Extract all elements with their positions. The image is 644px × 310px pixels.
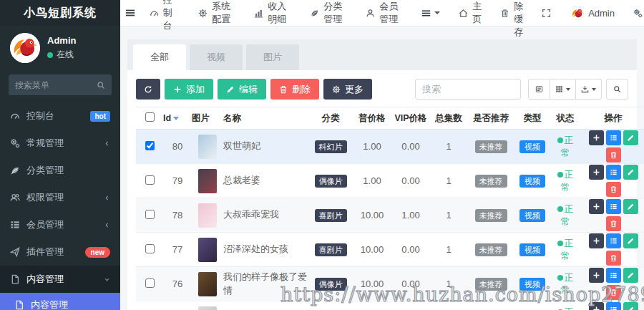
row-add-button[interactable]	[589, 268, 604, 283]
row-add-button[interactable]	[589, 165, 604, 180]
nav-item-income-detail[interactable]: 收入明细	[245, 0, 301, 26]
sidebar-search-input[interactable]	[15, 80, 97, 90]
tab-all[interactable]: 全部	[133, 44, 186, 70]
sidebar-item-label: 会员管理	[26, 218, 97, 231]
select-all-checkbox[interactable]	[145, 112, 155, 122]
nav-item-member-mgmt[interactable]: 会员管理	[356, 0, 412, 26]
file-icon	[10, 274, 20, 284]
columns-button[interactable]	[550, 79, 576, 100]
row-episodes-button[interactable]	[606, 302, 621, 310]
nav-settings-button[interactable]	[624, 0, 644, 26]
row-delete-button[interactable]	[606, 251, 621, 266]
search-button[interactable]	[606, 79, 628, 100]
cell-vip-price: 0.00	[391, 130, 431, 164]
category-badge: 偶像片	[315, 175, 347, 188]
table-toolbar: 添加 编辑 删除 更多	[136, 79, 628, 100]
gear-icon	[198, 9, 208, 18]
type-badge: 视频	[519, 209, 545, 222]
column-header-type: 类型	[515, 107, 550, 130]
tab-image[interactable]: 图片	[246, 44, 299, 70]
table-row[interactable]: 75 仅剩一日的青春 校园片 1.00 0.00 4 未推荐 视频 正常	[136, 301, 644, 310]
sidebar-item-general-mgmt[interactable]: 常规管理	[0, 130, 120, 157]
row-episodes-button[interactable]	[606, 233, 621, 248]
row-edit-button[interactable]	[623, 199, 638, 214]
column-header-category: 分类	[308, 107, 353, 130]
caret-down-icon	[434, 11, 440, 14]
table-row[interactable]: 79 总裁老婆 偶像片 1.00 0.00 1 未推荐 视频 正常	[136, 164, 644, 198]
row-checkbox[interactable]	[145, 244, 155, 253]
sidebar-subitem-content-mgmt-active[interactable]: 内容管理	[0, 293, 120, 310]
table-search-input[interactable]	[415, 79, 521, 100]
sidebar-toggle-button[interactable]	[120, 0, 140, 26]
sidebar-item-content-mgmt[interactable]: 内容管理	[0, 266, 120, 293]
row-delete-button[interactable]	[606, 182, 621, 197]
trash-icon	[279, 85, 288, 94]
table-row[interactable]: 76 我们的样子像极了爱情 偶像片 10.00 0.00 1 未推荐 视频 正常	[136, 267, 644, 301]
detail-view-button[interactable]	[528, 79, 550, 100]
row-checkbox[interactable]	[145, 278, 155, 288]
cell-episodes: 1	[431, 267, 467, 301]
nav-item-home[interactable]: 主页	[449, 0, 491, 26]
column-header-image: 图片	[192, 107, 223, 130]
row-add-button[interactable]	[589, 199, 604, 214]
row-checkbox[interactable]	[145, 141, 155, 150]
row-episodes-button[interactable]	[606, 268, 621, 283]
category-badge: 喜剧片	[315, 209, 347, 222]
row-episodes-button[interactable]	[606, 199, 621, 214]
thumbnail	[198, 169, 217, 193]
sidebar-item-dashboard[interactable]: 控制台 hot	[0, 102, 120, 130]
row-delete-button[interactable]	[606, 216, 621, 231]
sidebar-item-plugin-mgmt[interactable]: 插件管理 new	[0, 238, 120, 266]
row-edit-button[interactable]	[623, 165, 638, 180]
row-checkbox[interactable]	[145, 175, 155, 185]
row-add-button[interactable]	[589, 130, 604, 145]
row-checkbox[interactable]	[145, 210, 155, 219]
row-episodes-button[interactable]	[606, 165, 621, 180]
column-header-id[interactable]: Id	[163, 107, 192, 130]
bar-chart-icon	[254, 9, 263, 18]
status-badge: 正常	[554, 237, 577, 262]
nav-item-category-mgmt[interactable]: 分类管理	[301, 0, 356, 26]
row-episodes-button[interactable]	[606, 130, 621, 145]
row-add-button[interactable]	[589, 302, 604, 310]
edit-button[interactable]: 编辑	[218, 79, 266, 100]
nav-menu-dropdown[interactable]	[412, 0, 449, 26]
nav-user-menu[interactable]: Admin	[560, 0, 624, 26]
delete-button[interactable]: 删除	[270, 79, 319, 100]
table-row[interactable]: 77 沼泽深处的女孩 喜剧片 10.00 0.00 1 未推荐 视频 正常	[136, 233, 644, 267]
trash-icon	[610, 185, 618, 193]
row-edit-button[interactable]	[623, 302, 638, 310]
trash-icon	[610, 289, 618, 296]
table-row[interactable]: 80 双世萌妃 科幻片 1.00 0.00 1 未推荐 视频 正常	[136, 130, 644, 164]
nav-item-system-config[interactable]: 系统配置	[189, 0, 245, 26]
recommend-badge: 未推荐	[475, 278, 507, 291]
episode-list-icon	[610, 237, 618, 245]
plus-icon	[592, 306, 600, 310]
row-delete-button[interactable]	[606, 285, 621, 300]
more-button[interactable]: 更多	[323, 79, 372, 100]
cell-id: 78	[163, 198, 192, 233]
trash-icon	[610, 220, 618, 228]
nav-item-dashboard[interactable]: 控制台	[140, 0, 189, 26]
sidebar-item-category-mgmt[interactable]: 分类管理	[0, 157, 120, 184]
sidebar-item-label: 插件管理	[26, 246, 79, 258]
nav-item-clear-cache[interactable]: 清除缓存	[491, 0, 532, 26]
sidebar-item-permission-mgmt[interactable]: 权限管理	[0, 184, 120, 211]
fullscreen-button[interactable]	[532, 0, 560, 26]
table-row[interactable]: 78 大叔乖乖宠我 喜剧片 10.00 1.00 1 未推荐 视频 正常	[136, 198, 644, 233]
chevron-left-icon	[104, 140, 110, 147]
refresh-button[interactable]	[136, 79, 160, 100]
pencil-icon	[627, 134, 635, 142]
thumbnail	[198, 135, 217, 159]
sidebar-item-member-mgmt[interactable]: 会员管理	[0, 211, 120, 238]
tab-video[interactable]: 视频	[190, 44, 243, 70]
export-button[interactable]	[576, 79, 602, 100]
cell-id: 76	[163, 267, 192, 301]
leaf-icon	[310, 9, 319, 18]
row-edit-button[interactable]	[623, 233, 638, 248]
row-edit-button[interactable]	[623, 268, 638, 283]
row-edit-button[interactable]	[623, 130, 638, 145]
add-button[interactable]: 添加	[165, 79, 213, 100]
row-delete-button[interactable]	[606, 147, 621, 163]
row-add-button[interactable]	[589, 233, 604, 248]
